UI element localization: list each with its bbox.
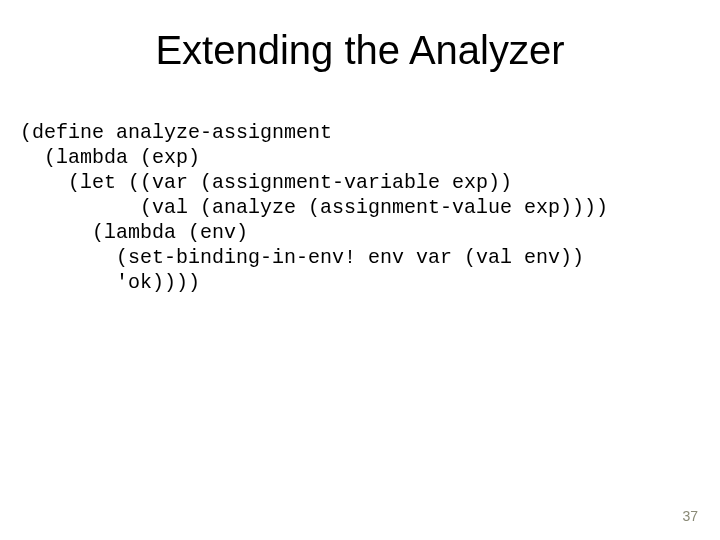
code-line: (define analyze-assignment [20,121,332,144]
code-line: (let ((var (assignment-variable exp)) [20,171,512,194]
code-block: (define analyze-assignment (lambda (exp)… [20,120,608,295]
code-line: (val (analyze (assignment-value exp)))) [20,196,608,219]
slide: Extending the Analyzer (define analyze-a… [0,0,720,540]
page-title: Extending the Analyzer [0,0,720,73]
page-number: 37 [682,508,698,524]
code-line: 'ok)))) [20,271,200,294]
code-line: (lambda (env) [20,221,248,244]
code-line: (set-binding-in-env! env var (val env)) [20,246,584,269]
code-line: (lambda (exp) [20,146,200,169]
